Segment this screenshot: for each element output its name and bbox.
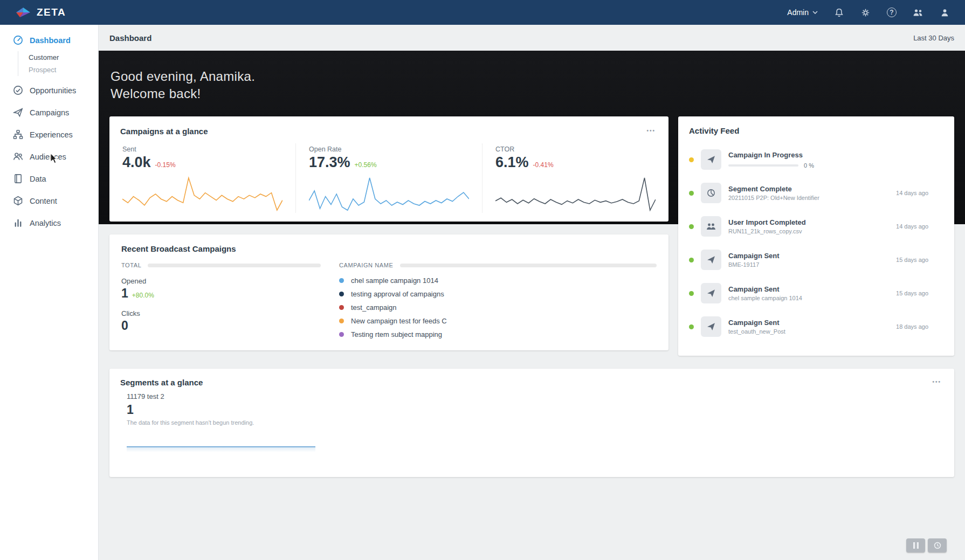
- sidebar-item-audiences[interactable]: Audiences: [0, 146, 98, 168]
- feed-item-timestamp: 15 days ago: [896, 290, 928, 296]
- page-header: Dashboard Last 30 Days: [99, 25, 965, 51]
- paper-plane-icon: [701, 316, 721, 337]
- sidebar-subitem-prospect[interactable]: Prospect: [29, 64, 98, 76]
- metric-label: Open Rate: [309, 146, 469, 153]
- campaign-legend-item: chel sample campaign 1014: [339, 276, 657, 285]
- settings-button[interactable]: [860, 8, 871, 18]
- date-range-selector[interactable]: Last 30 Days: [913, 34, 954, 42]
- campaign-name: testing approval of campaigns: [351, 290, 444, 298]
- sidebar-item-experiences[interactable]: Experiences: [0, 123, 98, 146]
- help-button[interactable]: ?: [887, 8, 897, 17]
- card-menu-button[interactable]: •••: [930, 377, 943, 387]
- legend-dot: [339, 332, 344, 337]
- feed-item[interactable]: Campaign Sent BME-19117 15 days ago: [689, 243, 943, 276]
- feed-item-title: Campaign Sent: [728, 319, 889, 327]
- brand: ZETA: [15, 6, 66, 18]
- campaign-name-bar: [400, 264, 657, 267]
- campaign-legend-item: testing approval of campaigns: [339, 290, 657, 298]
- bar-chart-icon: [13, 218, 23, 228]
- user-icon: [940, 8, 950, 18]
- metric-delta: +0.56%: [355, 161, 377, 169]
- total-bar: [148, 264, 321, 267]
- paper-plane-icon: [701, 283, 721, 303]
- sidebar: Dashboard Customer Prospect Opportunitie…: [0, 25, 99, 560]
- zeta-logo-icon: [15, 6, 31, 18]
- sidebar-item-label: Campaigns: [30, 108, 69, 117]
- feed-item-subtitle: test_oauth_new_Post: [728, 328, 889, 335]
- metric-open-rate: Open Rate 17.3% +0.56%: [295, 143, 482, 213]
- sidebar-item-data[interactable]: Data: [0, 168, 98, 190]
- opened-value: 1: [121, 286, 128, 301]
- main-content: Dashboard Last 30 Days Good evening, Ana…: [99, 25, 965, 560]
- target-check-icon: [13, 85, 23, 95]
- segment-trend-line: [127, 446, 315, 452]
- metric-value: 6.1%: [495, 154, 529, 171]
- segment-name: 11179 test 2: [127, 392, 943, 400]
- sidebar-item-label: Opportunities: [30, 86, 76, 95]
- admin-menu[interactable]: Admin: [787, 8, 818, 17]
- clock-icon: [934, 542, 941, 549]
- legend-dot: [339, 305, 344, 310]
- sidebar-item-label: Analytics: [30, 219, 61, 227]
- sidebar-item-opportunities[interactable]: Opportunities: [0, 79, 98, 101]
- sidebar-item-analytics[interactable]: Analytics: [0, 212, 98, 234]
- legend-dot: [339, 319, 344, 323]
- chevron-down-icon: [812, 11, 818, 14]
- recent-broadcast-card: Recent Broadcast Campaigns TOTAL Opened …: [109, 234, 668, 350]
- segments-card: Segments at a glance ••• 11179 test 2 1 …: [109, 369, 954, 477]
- metric-sent: Sent 4.0k -0.15%: [109, 143, 295, 213]
- sidebar-item-label: Content: [30, 197, 57, 205]
- dashboard-subnav: Customer Prospect: [18, 51, 98, 76]
- sidebar-item-dashboard[interactable]: Dashboard: [0, 29, 98, 51]
- card-title: Activity Feed: [689, 126, 943, 135]
- speedometer-icon: [13, 35, 23, 45]
- bell-icon: [834, 8, 844, 18]
- topbar: ZETA Admin ?: [0, 0, 965, 25]
- campaign-name: chel sample campaign 1014: [351, 276, 438, 285]
- segment-icon: [701, 183, 721, 203]
- feed-item-title: Segment Complete: [728, 185, 889, 193]
- progress-bar: [728, 164, 798, 167]
- campaign-name: New campaign test for feeds C: [351, 317, 447, 325]
- feed-item-timestamp: 14 days ago: [896, 190, 928, 196]
- feed-item-subtitle: 20211015 P2P: Old+New Identifier: [728, 195, 889, 201]
- status-dot: [689, 291, 694, 296]
- greeting-line-1: Good evening, Anamika.: [111, 68, 953, 85]
- card-menu-button[interactable]: •••: [644, 126, 658, 136]
- campaign-legend-item: Testing rtem subject mapping: [339, 330, 657, 338]
- sidebar-item-content[interactable]: Content: [0, 190, 98, 212]
- feed-item-title: Campaign Sent: [728, 252, 889, 260]
- admin-label: Admin: [787, 8, 809, 17]
- greeting-line-2: Welcome back!: [111, 85, 953, 102]
- metric-label: CTOR: [495, 146, 656, 153]
- gear-icon: [860, 8, 871, 18]
- paper-plane-icon: [701, 149, 721, 170]
- feed-item[interactable]: Segment Complete 20211015 P2P: Old+New I…: [689, 176, 943, 210]
- profile-button[interactable]: [940, 8, 950, 18]
- sent-sparkline: [122, 174, 282, 213]
- notifications-button[interactable]: [834, 8, 844, 18]
- feed-item-timestamp: 18 days ago: [896, 323, 928, 330]
- status-dot: [689, 191, 694, 196]
- widget-resume-button[interactable]: [928, 538, 947, 552]
- feed-item-timestamp: 14 days ago: [896, 223, 928, 230]
- accounts-button[interactable]: [913, 8, 923, 17]
- sidebar-subitem-customer[interactable]: Customer: [29, 51, 98, 64]
- campaign-legend-item: test_campaign: [339, 303, 657, 312]
- page-title: Dashboard: [109, 33, 151, 43]
- sidebar-item-campaigns[interactable]: Campaigns: [0, 101, 98, 123]
- clicks-label: Clicks: [121, 309, 321, 317]
- widget-pause-button[interactable]: [906, 538, 925, 552]
- card-title: Recent Broadcast Campaigns: [121, 244, 657, 253]
- paper-plane-icon: [701, 250, 721, 270]
- people-icon: [13, 151, 23, 162]
- clicks-value: 0: [121, 319, 128, 333]
- feed-item[interactable]: Campaign Sent chel sample campaign 1014 …: [689, 276, 943, 310]
- feed-item[interactable]: User Import Completed RUN11_21k_rows_cop…: [689, 210, 943, 243]
- feed-item[interactable]: Campaign Sent test_oauth_new_Post 18 day…: [689, 310, 943, 343]
- feed-item-subtitle: RUN11_21k_rows_copy.csv: [728, 228, 889, 234]
- feed-item[interactable]: Campaign In Progress 0 %: [689, 143, 943, 176]
- card-title: Campaigns at a glance: [120, 127, 208, 136]
- metric-value: 4.0k: [122, 154, 151, 171]
- greeting-text: Good evening, Anamika. Welcome back!: [111, 68, 953, 102]
